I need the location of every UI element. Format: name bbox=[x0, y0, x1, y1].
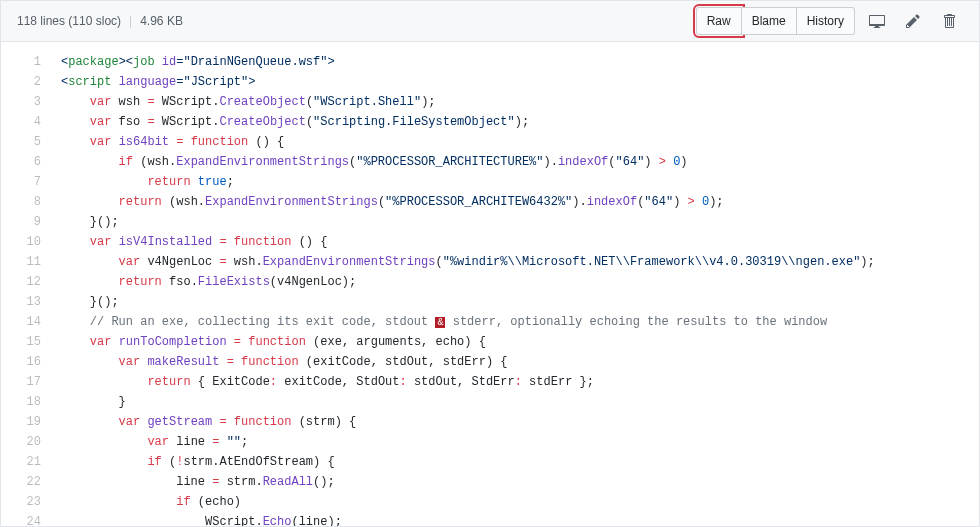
code-line: return true; bbox=[61, 172, 969, 192]
code-line: WScript.Echo(line); bbox=[61, 512, 969, 527]
file-size: 4.96 KB bbox=[140, 14, 183, 28]
trash-icon[interactable] bbox=[935, 7, 963, 35]
code-line: // Run an exe, collecting its exit code,… bbox=[61, 312, 969, 332]
line-number[interactable]: 10 bbox=[1, 232, 41, 252]
line-number[interactable]: 11 bbox=[1, 252, 41, 272]
line-number[interactable]: 1 bbox=[1, 52, 41, 72]
code-line: var makeResult = function (exitCode, std… bbox=[61, 352, 969, 372]
code-line: var is64bit = function () { bbox=[61, 132, 969, 152]
line-number[interactable]: 2 bbox=[1, 72, 41, 92]
history-button[interactable]: History bbox=[796, 7, 855, 35]
line-number[interactable]: 15 bbox=[1, 332, 41, 352]
code-line: var line = ""; bbox=[61, 432, 969, 452]
line-number[interactable]: 14 bbox=[1, 312, 41, 332]
divider: | bbox=[129, 14, 132, 28]
line-number[interactable]: 19 bbox=[1, 412, 41, 432]
code-line: var getStream = function (strm) { bbox=[61, 412, 969, 432]
line-number[interactable]: 5 bbox=[1, 132, 41, 152]
code-line: <package><job id="DrainNGenQueue.wsf"> bbox=[61, 52, 969, 72]
file-actions: Raw Blame History bbox=[696, 7, 963, 35]
line-number[interactable]: 17 bbox=[1, 372, 41, 392]
code-line: var v4NgenLoc = wsh.ExpandEnvironmentStr… bbox=[61, 252, 969, 272]
code-line: var wsh = WScript.CreateObject("WScript.… bbox=[61, 92, 969, 112]
code-line: if (!strm.AtEndOfStream) { bbox=[61, 452, 969, 472]
line-number[interactable]: 21 bbox=[1, 452, 41, 472]
button-group: Raw Blame History bbox=[696, 7, 855, 35]
line-number[interactable]: 4 bbox=[1, 112, 41, 132]
code-line: <script language="JScript"> bbox=[61, 72, 969, 92]
code-content[interactable]: <package><job id="DrainNGenQueue.wsf"><s… bbox=[51, 42, 979, 527]
code-line: }(); bbox=[61, 292, 969, 312]
line-number[interactable]: 20 bbox=[1, 432, 41, 452]
file-info: 118 lines (110 sloc) | 4.96 KB bbox=[17, 14, 183, 28]
lines-count: 118 lines (110 sloc) bbox=[17, 14, 121, 28]
line-number[interactable]: 18 bbox=[1, 392, 41, 412]
line-number[interactable]: 7 bbox=[1, 172, 41, 192]
line-number[interactable]: 12 bbox=[1, 272, 41, 292]
desktop-icon[interactable] bbox=[863, 7, 891, 35]
line-number[interactable]: 16 bbox=[1, 352, 41, 372]
line-number[interactable]: 8 bbox=[1, 192, 41, 212]
line-numbers: 123456789101112131415161718192021222324 bbox=[1, 42, 51, 527]
code-viewer: 123456789101112131415161718192021222324 … bbox=[1, 42, 979, 527]
line-number[interactable]: 23 bbox=[1, 492, 41, 512]
code-line: return fso.FileExists(v4NgenLoc); bbox=[61, 272, 969, 292]
code-line: var isV4Installed = function () { bbox=[61, 232, 969, 252]
line-number[interactable]: 24 bbox=[1, 512, 41, 527]
code-line: return { ExitCode: exitCode, StdOut: std… bbox=[61, 372, 969, 392]
code-line: if (echo) bbox=[61, 492, 969, 512]
pencil-icon[interactable] bbox=[899, 7, 927, 35]
code-line: return (wsh.ExpandEnvironmentStrings("%P… bbox=[61, 192, 969, 212]
code-line: var runToCompletion = function (exe, arg… bbox=[61, 332, 969, 352]
code-line: var fso = WScript.CreateObject("Scriptin… bbox=[61, 112, 969, 132]
file-header: 118 lines (110 sloc) | 4.96 KB Raw Blame… bbox=[1, 1, 979, 42]
blame-button[interactable]: Blame bbox=[741, 7, 797, 35]
line-number[interactable]: 22 bbox=[1, 472, 41, 492]
line-number[interactable]: 9 bbox=[1, 212, 41, 232]
code-line: }(); bbox=[61, 212, 969, 232]
line-number[interactable]: 3 bbox=[1, 92, 41, 112]
line-number[interactable]: 6 bbox=[1, 152, 41, 172]
code-line: } bbox=[61, 392, 969, 412]
code-line: if (wsh.ExpandEnvironmentStrings("%PROCE… bbox=[61, 152, 969, 172]
line-number[interactable]: 13 bbox=[1, 292, 41, 312]
raw-button[interactable]: Raw bbox=[696, 7, 742, 35]
code-line: line = strm.ReadAll(); bbox=[61, 472, 969, 492]
